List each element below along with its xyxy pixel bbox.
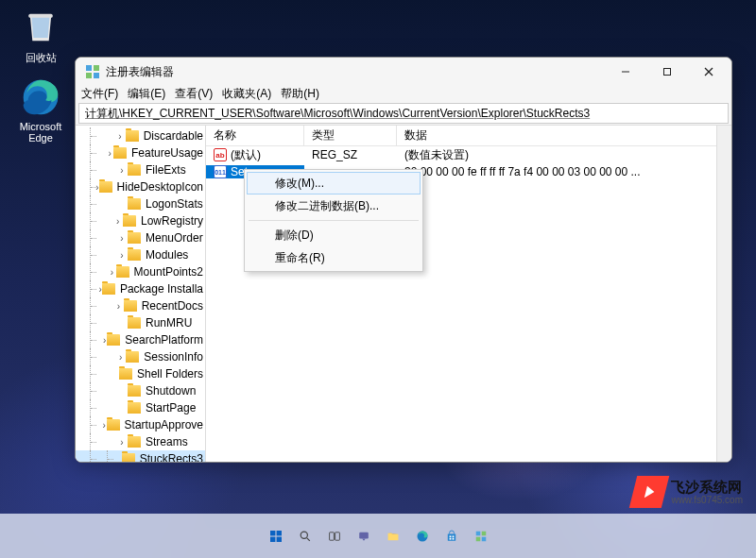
menubar: 文件(F) 编辑(E) 查看(V) 收藏夹(A) 帮助(H) bbox=[76, 86, 731, 102]
tree-item-label: Package Installa bbox=[118, 282, 205, 296]
column-name[interactable]: 名称 bbox=[206, 126, 304, 145]
task-view-icon[interactable] bbox=[323, 525, 346, 548]
desktop-icon-label: 回收站 bbox=[8, 51, 74, 65]
close-button[interactable] bbox=[688, 58, 730, 86]
tree-item[interactable]: ›SearchPlatform bbox=[76, 331, 205, 348]
desktop-icon-edge[interactable]: Microsoft Edge bbox=[8, 77, 74, 144]
tree-item[interactable]: ›MenuOrder bbox=[76, 229, 205, 246]
minimize-button[interactable] bbox=[605, 58, 646, 86]
list-panel[interactable]: 名称 类型 数据 ab(默认)REG_SZ(数值未设置)011Set30 00 … bbox=[206, 126, 731, 463]
context-menu-rename[interactable]: 重命名(R) bbox=[247, 246, 421, 269]
tree-item[interactable]: ›RecentDocs bbox=[76, 297, 205, 314]
folder-icon bbox=[124, 300, 137, 312]
tree-item[interactable]: Shutdown bbox=[76, 382, 205, 399]
folder-icon bbox=[122, 453, 135, 463]
tree-item-label: StartPage bbox=[144, 401, 198, 414]
tree-item[interactable]: ›HideDesktopIcon bbox=[76, 178, 205, 195]
tree-item-label: Shell Folders bbox=[135, 367, 205, 380]
tree-item[interactable]: LogonStats bbox=[76, 195, 205, 212]
menu-file[interactable]: 文件(F) bbox=[81, 86, 118, 102]
address-bar[interactable]: 计算机\HKEY_CURRENT_USER\Software\Microsoft… bbox=[78, 103, 729, 124]
tree-item[interactable]: ›SessionInfo bbox=[76, 348, 205, 365]
start-button[interactable] bbox=[265, 525, 287, 548]
desktop-icon-recycle-bin[interactable]: 回收站 bbox=[8, 8, 74, 65]
tree-item-label: MenuOrder bbox=[144, 231, 205, 245]
menu-view[interactable]: 查看(V) bbox=[175, 86, 213, 102]
context-menu-modify-binary[interactable]: 修改二进制数据(B)... bbox=[247, 194, 421, 217]
recycle-bin-icon bbox=[21, 8, 60, 47]
desktop-icon-label: Microsoft Edge bbox=[8, 121, 74, 144]
context-menu-modify[interactable]: 修改(M)... bbox=[247, 172, 421, 194]
chevron-right-icon[interactable]: › bbox=[113, 301, 124, 312]
svg-rect-20 bbox=[449, 535, 451, 537]
value-type-cell: REG_SZ bbox=[304, 148, 397, 161]
folder-icon bbox=[123, 215, 136, 227]
menu-favorites[interactable]: 收藏夹(A) bbox=[222, 86, 271, 102]
svg-rect-3 bbox=[94, 65, 99, 71]
taskbar bbox=[0, 514, 756, 558]
tree-item[interactable]: ›Discardable bbox=[76, 127, 205, 144]
value-name-cell: ab(默认) bbox=[206, 147, 304, 163]
tree-item-label: StartupApprove bbox=[123, 418, 205, 431]
folder-icon bbox=[126, 130, 139, 142]
tree-item-label: MountPoints2 bbox=[132, 265, 205, 279]
chevron-right-icon[interactable]: › bbox=[116, 233, 128, 244]
registry-editor-window: 注册表编辑器 文件(F) 编辑(E) 查看(V) 收藏夹(A) 帮助(H) 计算… bbox=[75, 57, 732, 463]
menu-help[interactable]: 帮助(H) bbox=[281, 86, 319, 102]
tree-item[interactable]: ›Streams bbox=[76, 433, 205, 450]
chevron-right-icon[interactable]: › bbox=[116, 250, 128, 261]
tree-item[interactable]: ›FeatureUsage bbox=[76, 144, 205, 161]
tree-item-label: FeatureUsage bbox=[129, 146, 205, 160]
tree-panel[interactable]: ›Discardable›FeatureUsage›FileExts›HideD… bbox=[76, 126, 206, 463]
folder-icon bbox=[107, 334, 120, 346]
store-icon[interactable] bbox=[440, 525, 463, 548]
chevron-right-icon[interactable]: › bbox=[114, 131, 125, 142]
chevron-right-icon[interactable]: › bbox=[102, 420, 107, 431]
svg-rect-27 bbox=[481, 536, 486, 541]
list-scrollbar[interactable] bbox=[716, 126, 731, 463]
list-row[interactable]: ab(默认)REG_SZ(数值未设置) bbox=[206, 146, 731, 163]
svg-rect-10 bbox=[270, 531, 275, 535]
tree-item[interactable]: RunMRU bbox=[76, 314, 205, 331]
regedit-icon bbox=[85, 64, 100, 79]
search-icon[interactable] bbox=[294, 525, 317, 548]
tree-item[interactable]: Shell Folders bbox=[76, 365, 205, 382]
tree-item[interactable]: StuckRects3 bbox=[76, 450, 205, 463]
tree-item[interactable]: ›StartupApprove bbox=[76, 416, 205, 433]
svg-rect-26 bbox=[475, 536, 480, 541]
titlebar[interactable]: 注册表编辑器 bbox=[76, 58, 731, 86]
regedit-taskbar-icon[interactable] bbox=[470, 525, 492, 548]
chevron-right-icon[interactable]: › bbox=[116, 437, 128, 448]
context-menu-delete[interactable]: 删除(D) bbox=[247, 224, 421, 246]
chevron-right-icon[interactable]: › bbox=[108, 267, 115, 278]
svg-point-14 bbox=[301, 532, 307, 538]
reg-binary-icon: 011 bbox=[214, 165, 227, 178]
column-type[interactable]: 类型 bbox=[304, 126, 397, 145]
context-menu-separator bbox=[249, 220, 419, 221]
svg-rect-5 bbox=[94, 73, 99, 78]
window-title: 注册表编辑器 bbox=[106, 64, 174, 80]
tree-item[interactable]: ›Package Installa bbox=[76, 280, 205, 297]
chevron-right-icon[interactable]: › bbox=[113, 216, 123, 227]
tree-item-label: Modules bbox=[144, 248, 190, 262]
tree-item[interactable]: ›FileExts bbox=[76, 161, 205, 178]
folder-icon bbox=[128, 402, 141, 414]
chat-icon[interactable] bbox=[352, 525, 375, 548]
maximize-button[interactable] bbox=[646, 58, 688, 86]
chevron-right-icon[interactable]: › bbox=[116, 165, 128, 176]
column-data[interactable]: 数据 bbox=[397, 126, 731, 145]
chevron-right-icon[interactable]: › bbox=[115, 352, 126, 363]
tree-item-label: RunMRU bbox=[144, 316, 194, 330]
tree-item[interactable]: ›MountPoints2 bbox=[76, 263, 205, 280]
chevron-right-icon[interactable]: › bbox=[107, 148, 113, 159]
svg-rect-13 bbox=[276, 536, 281, 541]
tree-item[interactable]: StartPage bbox=[76, 399, 205, 416]
folder-icon bbox=[128, 198, 141, 210]
edge-taskbar-icon[interactable] bbox=[411, 525, 434, 548]
file-explorer-icon[interactable] bbox=[382, 525, 404, 548]
tree-item[interactable]: ›LowRegistry bbox=[76, 212, 205, 229]
address-text: 计算机\HKEY_CURRENT_USER\Software\Microsoft… bbox=[85, 106, 590, 122]
tree-item[interactable]: ›Modules bbox=[76, 246, 205, 263]
menu-edit[interactable]: 编辑(E) bbox=[128, 86, 165, 102]
value-data-cell: (数值未设置) bbox=[397, 147, 731, 163]
